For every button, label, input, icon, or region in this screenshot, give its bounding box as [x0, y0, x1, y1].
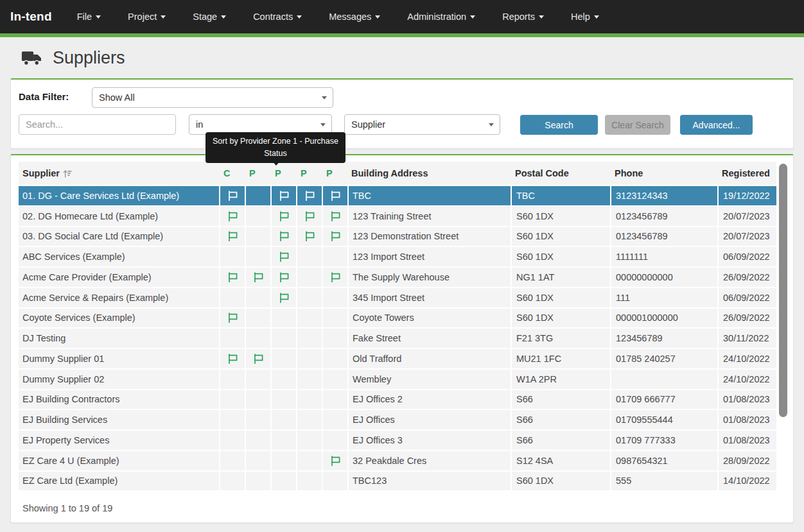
table-row[interactable]: DJ Testing Fake Street F21 3TG 123456789…	[19, 329, 776, 348]
flag-cell-c	[219, 186, 245, 205]
flag-cell-p3	[296, 370, 322, 389]
building-address-cell: 123 Import Street	[347, 247, 511, 266]
flag-icon	[253, 272, 264, 282]
menu-item-reports[interactable]: Reports	[489, 0, 557, 33]
column-header-building-address[interactable]: Building Address	[347, 168, 511, 178]
menu-item-contracts[interactable]: Contracts	[240, 0, 315, 33]
table-row[interactable]: EJ Property Services EJ Offices 3 S66 01…	[19, 431, 776, 450]
table-row[interactable]: Acme Care Provider (Example) The Supply …	[19, 268, 776, 287]
registered-date-cell: 06/09/2022	[717, 288, 776, 307]
flag-icon	[279, 211, 290, 221]
clear-search-button[interactable]: Clear Search	[605, 115, 670, 135]
building-address-cell: The Supply Warehouse	[347, 268, 511, 287]
postal-code-cell: W1A 2PR	[511, 370, 610, 389]
table-row[interactable]: EZ Care Ltd (Example) TBC123 S60 1DX 555…	[19, 472, 776, 491]
menu-item-messages[interactable]: Messages	[315, 0, 394, 33]
flag-cell-p3	[296, 227, 322, 246]
flag-cell-p3	[296, 186, 322, 205]
building-address-cell: 32 Peakdale Cres	[347, 451, 511, 470]
menu-item-administration[interactable]: Administration	[394, 0, 489, 33]
column-header-p3[interactable]: P	[296, 168, 322, 178]
sort-amount-icon	[62, 169, 72, 178]
flag-cell-p1	[245, 247, 270, 266]
postal-code-cell: MU21 1FC	[511, 349, 610, 368]
flag-cell-p4	[322, 268, 347, 287]
table-row[interactable]: Dummy Supplier 02 Wembley W1A 2PR 24/10/…	[19, 370, 776, 389]
flag-cell-p3	[296, 410, 322, 429]
table-row[interactable]: 02. DG Homecare Ltd (Example) 123 Traini…	[19, 207, 776, 226]
flag-cell-p3	[296, 268, 322, 287]
postal-code-cell: S66	[511, 431, 610, 450]
supplier-name-cell: EZ Care 4 U (Example)	[19, 451, 219, 470]
column-header-supplier[interactable]: Supplier	[19, 168, 219, 178]
building-address-cell: 123 Training Street	[347, 207, 511, 226]
column-header-registered[interactable]: Registered	[717, 168, 776, 178]
table-row[interactable]: Acme Service & Repairs (Example) 345 Imp…	[19, 288, 776, 307]
menu-item-project[interactable]: Project	[114, 0, 179, 33]
table-header-row: Supplier C P P P P Building Address Post…	[19, 162, 776, 185]
table-row[interactable]: 01. DG - Care Services Ltd (Example) TBC…	[19, 186, 776, 205]
data-filter-selected-value: Show All	[99, 92, 135, 103]
flag-icon	[330, 231, 341, 241]
menu-item-file[interactable]: File	[64, 0, 114, 33]
supplier-name-cell: Dummy Supplier 02	[19, 370, 219, 389]
flag-cell-p4	[322, 410, 347, 429]
flag-icon	[253, 354, 264, 364]
flag-cell-p1	[245, 349, 270, 368]
flag-icon	[279, 293, 290, 303]
postal-code-cell: S60 1DX	[511, 472, 610, 491]
flag-cell-p3	[296, 390, 322, 409]
table-row[interactable]: Coyote Services (Example) Coyote Towers …	[19, 309, 776, 328]
table-row[interactable]: EZ Care 4 U (Example) 32 Peakdale Cres S…	[19, 451, 776, 470]
flag-cell-p1	[245, 309, 270, 328]
app-brand[interactable]: In-tend	[0, 10, 64, 24]
flag-cell-p2	[270, 370, 296, 389]
table-row[interactable]: Dummy Supplier 01 Old Trafford MU21 1FC …	[19, 349, 776, 368]
supplier-name-cell: DJ Testing	[19, 329, 219, 348]
table-row[interactable]: EJ Building Contractors EJ Offices 2 S66…	[19, 390, 776, 409]
flag-cell-p4	[322, 329, 347, 348]
scrollbar-thumb[interactable]	[779, 164, 787, 417]
vertical-scrollbar[interactable]	[779, 163, 787, 532]
building-address-cell: TBC123	[347, 472, 511, 491]
table-row[interactable]: ABC Services (Example) 123 Import Street…	[19, 247, 776, 266]
table-row[interactable]: 03. DG Social Care Ltd (Example) 123 Dem…	[19, 227, 776, 246]
flag-cell-c	[219, 370, 245, 389]
column-header-p4[interactable]: P	[322, 168, 347, 178]
flag-cell-p3	[296, 329, 322, 348]
supplier-name-cell: EJ Building Contractors	[19, 390, 219, 409]
chevron-down-icon	[320, 123, 326, 129]
flag-cell-p2	[270, 431, 296, 450]
registered-date-cell: 20/07/2023	[717, 227, 776, 246]
search-input[interactable]	[19, 114, 176, 135]
menu-item-stage[interactable]: Stage	[179, 0, 240, 33]
chevron-down-icon	[322, 96, 327, 102]
search-field-select[interactable]: Supplier	[344, 114, 500, 135]
supplier-name-cell: Acme Service & Repairs (Example)	[19, 288, 219, 307]
flag-icon	[279, 191, 290, 201]
flag-cell-p4	[322, 472, 347, 491]
flag-cell-p1	[245, 431, 270, 450]
flag-cell-p4	[322, 390, 347, 409]
data-filter-select[interactable]: Show All	[92, 87, 333, 108]
flag-cell-p3	[296, 472, 322, 491]
phone-cell: 123456789	[610, 329, 717, 348]
menu-item-help[interactable]: Help	[557, 0, 613, 33]
flag-icon	[279, 231, 290, 241]
search-button[interactable]: Search	[520, 115, 598, 135]
flag-icon	[330, 456, 341, 466]
page-title: Suppliers	[53, 48, 125, 68]
supplier-name-cell: ABC Services (Example)	[19, 247, 219, 266]
column-header-phone[interactable]: Phone	[610, 168, 717, 178]
phone-cell: 555	[610, 472, 717, 491]
flag-icon	[330, 272, 341, 282]
column-header-postal-code[interactable]: Postal Code	[511, 168, 610, 178]
advanced-button[interactable]: Advanced...	[680, 115, 753, 135]
postal-code-cell: NG1 1AT	[511, 268, 610, 287]
table-row[interactable]: EJ Building Services EJ Offices S66 0170…	[19, 410, 776, 429]
supplier-name-cell: Dummy Supplier 01	[19, 349, 219, 368]
column-header-c[interactable]: C	[219, 168, 245, 178]
column-header-p1[interactable]: P	[245, 168, 270, 178]
building-address-cell: EJ Offices 3	[347, 431, 511, 450]
supplier-name-cell: EZ Care Ltd (Example)	[19, 472, 219, 491]
